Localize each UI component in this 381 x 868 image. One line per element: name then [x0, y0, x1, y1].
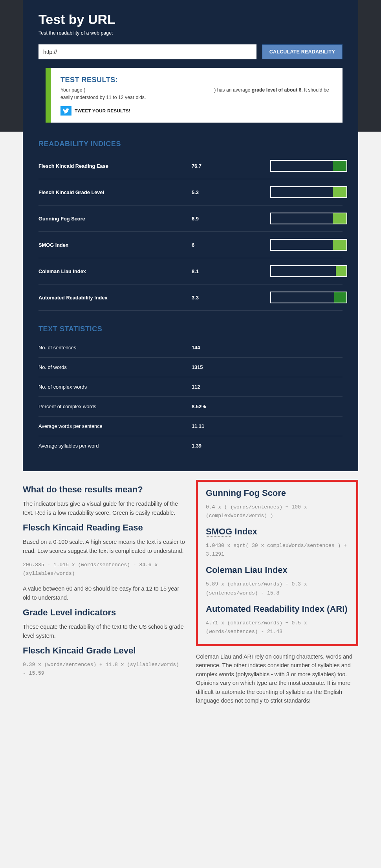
stat-label: Average words per sentence — [38, 423, 192, 429]
indicator-bar — [270, 265, 347, 277]
stat-value: 1315 — [192, 364, 270, 370]
paragraph-tail: Coleman Liau and ARI rely on counting ch… — [196, 652, 358, 705]
metric-label: Gunning Fog Score — [38, 216, 192, 222]
metric-value: 3.3 — [192, 295, 270, 301]
explanation-columns: What do these results mean? The indicato… — [23, 471, 358, 727]
metric-value: 5.3 — [192, 189, 270, 195]
explain-right: Gunning Fog Score 0.4 x ( (words/sentenc… — [196, 480, 358, 711]
formula-fog: 0.4 x ( (words/sentences) + 100 x (compl… — [206, 503, 348, 520]
metric-row: Flesch Kincaid Reading Ease76.7 — [38, 153, 343, 179]
metric-value: 76.7 — [192, 163, 270, 169]
heading-fog: Gunning Fog Score — [206, 488, 348, 498]
metric-label: Automated Readability Index — [38, 295, 192, 301]
main-panel: Test by URL Test the readability of a we… — [23, 0, 358, 471]
results-heading: TEST RESULTS: — [60, 76, 333, 84]
stat-row: Percent of complex words8.52% — [38, 397, 343, 417]
formula-fkgl: 0.39 x (words/sentences) + 11.8 x (sylla… — [23, 661, 185, 678]
url-input[interactable] — [38, 44, 256, 59]
stat-label: No. of words — [38, 364, 192, 370]
metric-row: Gunning Fog Score6.9 — [38, 206, 343, 232]
indices-heading: READABILITY INDICES — [38, 140, 343, 148]
stat-value: 112 — [192, 384, 270, 390]
metric-row: Flesch Kincaid Grade Level5.3 — [38, 179, 343, 206]
metric-row: Coleman Liau Index8.1 — [38, 258, 343, 284]
highlighted-formulas-box: Gunning Fog Score 0.4 x ( (words/sentenc… — [196, 480, 358, 646]
indicator-bar — [270, 239, 347, 251]
page-title: Test by URL — [38, 12, 343, 27]
metric-label: Flesch Kincaid Grade Level — [38, 189, 192, 195]
formula-fkre: 206.835 - 1.015 x (words/sentences) - 84… — [23, 561, 185, 578]
metric-row: Automated Readability Index3.3 — [38, 284, 343, 311]
results-text-post: ) has an average — [214, 87, 252, 93]
stat-value: 11.11 — [192, 423, 270, 429]
stat-row: Average words per sentence11.11 — [38, 417, 343, 436]
metric-label: Flesch Kincaid Reading Ease — [38, 163, 192, 169]
results-grade-level: grade level of about 6 — [252, 87, 301, 93]
heading-fkre: Flesch Kincaid Reading Ease — [23, 523, 185, 533]
metric-row: SMOG Index6 — [38, 232, 343, 258]
paragraph-grade: These equate the readability of the text… — [23, 622, 185, 640]
indicator-bar — [270, 292, 347, 303]
stat-row: No. of sentences144 — [38, 338, 343, 358]
stats-heading: TEXT STATISTICS — [38, 325, 343, 333]
calculate-button[interactable]: CALCULATE READABILITY — [262, 44, 343, 59]
heading-smog: SMOG Index — [206, 527, 348, 537]
results-url-redacted — [85, 87, 214, 93]
smog-suffix: Index — [232, 527, 257, 536]
results-summary: Your page ( ) has an average grade level… — [60, 86, 333, 101]
metric-value: 8.1 — [192, 268, 270, 274]
stat-row: No. of complex words112 — [38, 377, 343, 397]
paragraph-fkre2: A value between 60 and 80 should be easy… — [23, 584, 185, 602]
stat-row: Average syllables per word1.39 — [38, 436, 343, 455]
heading-ari: Automated Readability Index (ARI) — [206, 604, 348, 614]
metric-label: SMOG Index — [38, 242, 192, 248]
twitter-icon[interactable] — [60, 106, 71, 116]
results-box: TEST RESULTS: Your page ( ) has an avera… — [46, 68, 343, 123]
heading-what: What do these results mean? — [23, 484, 185, 495]
stat-label: Percent of complex words — [38, 404, 192, 409]
heading-fkgl: Flesch Kincaid Grade Level — [23, 646, 185, 656]
tweet-link[interactable]: TWEET YOUR RESULTS! — [75, 108, 130, 113]
indicator-bar — [270, 213, 347, 224]
results-text-pre: Your page ( — [60, 87, 85, 93]
smog-abbr: SMOG — [206, 527, 232, 537]
formula-ari: 4.71 x (characters/words) + 0.5 x (words… — [206, 619, 348, 636]
page-subtitle: Test the readability of a web page: — [38, 30, 343, 36]
stat-row: No. of words1315 — [38, 358, 343, 377]
stat-label: Average syllables per word — [38, 443, 192, 449]
indicator-bar — [270, 160, 347, 172]
heading-cli: Coleman Liau Index — [206, 565, 348, 575]
indicator-bar — [270, 186, 347, 198]
metric-value: 6.9 — [192, 216, 270, 222]
stat-value: 8.52% — [192, 404, 270, 409]
explain-left: What do these results mean? The indicato… — [23, 480, 185, 711]
metric-value: 6 — [192, 242, 270, 248]
formula-smog: 1.0430 x sqrt( 30 x complexWords/sentenc… — [206, 541, 348, 559]
stat-label: No. of complex words — [38, 384, 192, 390]
stat-value: 1.39 — [192, 443, 270, 449]
metric-label: Coleman Liau Index — [38, 268, 192, 274]
paragraph-bars: The indicator bars give a visual guide f… — [23, 499, 185, 517]
stat-value: 144 — [192, 345, 270, 351]
heading-grade: Grade Level indicators — [23, 607, 185, 618]
stat-label: No. of sentences — [38, 345, 192, 351]
paragraph-fkre: Based on a 0-100 scale. A high score mea… — [23, 538, 185, 555]
formula-cli: 5.89 x (characters/words) - 0.3 x (sente… — [206, 580, 348, 597]
